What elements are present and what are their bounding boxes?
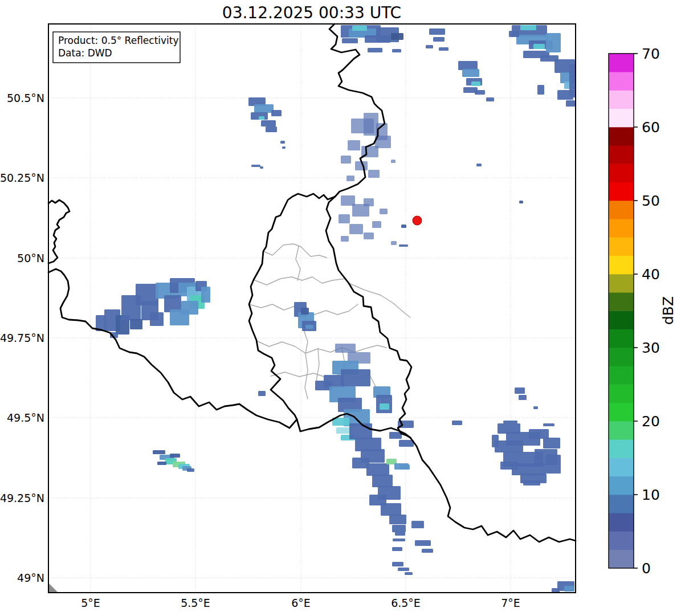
- colorbar-segment: [609, 329, 634, 348]
- radar-echo-cell: [349, 423, 372, 439]
- colorbar-segment: [609, 384, 634, 403]
- radar-echo-cell: [471, 81, 480, 86]
- radar-echo-cell: [546, 455, 561, 474]
- radar-echo-cell: [458, 61, 478, 70]
- radar-echo-cell: [422, 549, 433, 553]
- colorbar-tick-label: 10: [642, 487, 660, 503]
- radar-echo-cell: [392, 49, 401, 52]
- radar-echo-cell: [552, 588, 560, 593]
- radar-echo-cell: [380, 403, 389, 410]
- radar-echo-cell: [411, 521, 424, 528]
- radar-echo-cell: [486, 97, 494, 101]
- radar-echo-cell: [364, 198, 374, 206]
- radar-echo-cell: [305, 325, 313, 329]
- radar-echo-cell: [564, 586, 574, 591]
- radar-map-canvas: 03.12.2025 00:33 UTC Product: 0.5° Refle…: [0, 0, 685, 616]
- y-axis-tick-labels: 50.5°N50.25°N50°N49.75°N49.5°N49.25°N49°…: [0, 92, 44, 584]
- radar-echo-cell: [381, 503, 401, 516]
- radar-echo-cell: [537, 85, 544, 95]
- product-info-box: Product: 0.5° Reflectivity Data: DWD: [53, 32, 180, 63]
- radar-echo-cell: [533, 406, 538, 409]
- radar-echo-cell: [170, 309, 189, 325]
- radar-echo-cell: [543, 423, 554, 426]
- radar-echo-cell: [282, 146, 286, 149]
- radar-echo-cell: [150, 312, 164, 326]
- radar-echo-cell: [170, 454, 180, 458]
- radar-echo-cell: [372, 475, 393, 487]
- radar-echo-cell: [509, 31, 519, 37]
- radar-echo-cell: [187, 468, 194, 472]
- radar-echo-cell: [476, 164, 482, 166]
- radar-echo-cell: [398, 568, 409, 571]
- colorbar-tick-label: 40: [642, 266, 660, 283]
- radar-echo-cell: [389, 515, 406, 524]
- x-tick-label: 5.5°E: [181, 597, 210, 609]
- colorbar-segment: [609, 72, 634, 91]
- radar-echo-cell: [533, 44, 545, 49]
- radar-echo-cell: [426, 45, 433, 48]
- colorbar-segment: [609, 513, 634, 532]
- radar-echo-cell: [335, 344, 356, 353]
- colorbar-tick-label: 0: [642, 560, 651, 577]
- y-tick-label: 49.75°N: [0, 332, 44, 344]
- radar-echo-cell: [391, 33, 403, 40]
- colorbar: [609, 54, 634, 569]
- colorbar-segment: [609, 182, 634, 201]
- radar-echo-cell: [566, 100, 575, 107]
- colorbar-segment: [609, 255, 634, 274]
- radar-echo-cell: [258, 391, 266, 396]
- figure-title: 03.12.2025 00:33 UTC: [222, 3, 401, 22]
- radar-echo-cell: [251, 165, 260, 167]
- radar-echo-cell: [529, 429, 549, 439]
- colorbar-tick-label: 30: [642, 340, 660, 356]
- colorbar-segment: [609, 402, 634, 421]
- radar-echo-cell: [341, 156, 351, 164]
- radar-echo-cell: [339, 214, 350, 223]
- colorbar-segment: [609, 366, 634, 385]
- radar-echo-cell: [201, 287, 210, 303]
- radar-echo-cell: [415, 540, 431, 546]
- colorbar-segment: [609, 145, 634, 164]
- radar-echo-cell: [349, 224, 363, 234]
- radar-echo-cell: [546, 33, 561, 52]
- radar-echo-cell: [341, 369, 370, 386]
- data-source-label: Data: DWD: [58, 47, 112, 59]
- colorbar-segment: [609, 164, 634, 182]
- y-tick-label: 50°N: [17, 252, 44, 264]
- radar-echo-cell: [259, 116, 264, 120]
- colorbar-segment: [609, 219, 634, 238]
- radar-echo-cell: [439, 47, 448, 51]
- weather-radar-figure: 03.12.2025 00:33 UTC Product: 0.5° Refle…: [0, 0, 685, 616]
- colorbar-segment: [609, 439, 634, 458]
- radar-echo-cell: [368, 48, 382, 52]
- radar-echo-cell: [254, 104, 274, 113]
- x-tick-label: 6.5°E: [391, 597, 421, 609]
- radar-echo-cell: [399, 440, 414, 447]
- radar-echo-cell: [266, 127, 277, 132]
- colorbar-tick-label: 70: [642, 46, 660, 62]
- radar-echo-cell: [366, 463, 389, 476]
- radar-echo-cell: [348, 140, 360, 150]
- colorbar-segment: [609, 495, 634, 513]
- x-tick-label: 7°E: [501, 597, 520, 609]
- colorbar-segment: [609, 54, 634, 72]
- radar-echo-cell: [519, 395, 527, 400]
- colorbar-segment: [609, 348, 634, 366]
- radar-echo-cell: [346, 176, 354, 181]
- radar-echo-cell: [519, 201, 523, 203]
- x-tick-label: 5°E: [81, 597, 100, 609]
- colorbar-segment: [609, 237, 634, 256]
- radar-echo-cell: [260, 166, 263, 169]
- radar-echo-cell: [515, 387, 525, 394]
- y-tick-label: 49.5°N: [7, 411, 44, 424]
- colorbar-segment: [609, 127, 634, 146]
- radar-site-marker: [413, 216, 422, 225]
- radar-echo-cell: [392, 547, 402, 551]
- colorbar-segment: [609, 458, 634, 476]
- radar-echo-cell: [395, 532, 405, 536]
- colorbar-segment: [609, 201, 634, 219]
- colorbar-tick-label: 50: [642, 193, 660, 209]
- colorbar-segment: [609, 292, 634, 311]
- colorbar-tick-labels: 010203040506070: [634, 46, 660, 577]
- radar-echo-cell: [392, 562, 403, 566]
